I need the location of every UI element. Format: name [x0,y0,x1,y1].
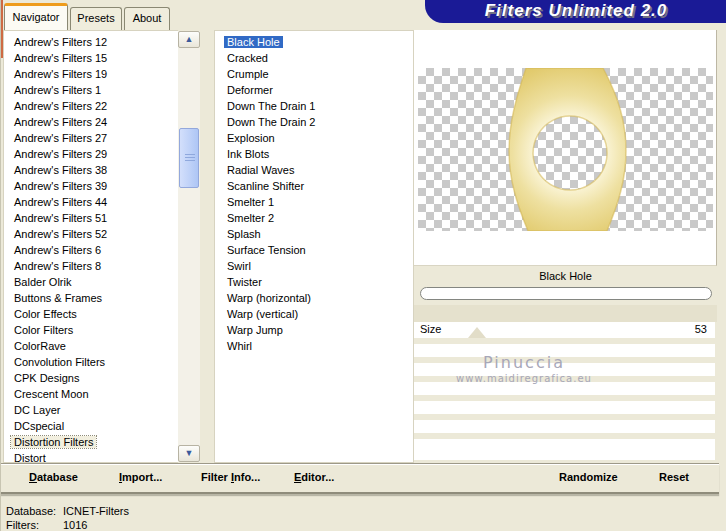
list-item[interactable]: Andrew's Filters 22 [4,98,178,114]
watermark-name: Pinuccia [429,353,619,372]
list-item-label: Ink Blots [224,148,272,160]
list-item[interactable]: Convolution Filters [4,354,178,370]
tab-about[interactable]: About [124,7,170,30]
list-item[interactable]: Warp (vertical) [215,306,413,322]
empty-parameter-row [414,420,715,433]
list-item-label: Andrew's Filters 22 [11,100,110,112]
list-item[interactable]: Buttons & Frames [4,290,178,306]
list-item[interactable]: Black Hole [215,34,413,50]
preview-image[interactable] [418,68,713,231]
list-item[interactable]: DC Layer [4,402,178,418]
list-item-label: Twister [224,276,265,288]
list-item[interactable]: Andrew's Filters 51 [4,210,178,226]
list-item[interactable]: Ink Blots [215,146,413,162]
list-item[interactable]: Andrew's Filters 15 [4,50,178,66]
list-item[interactable]: Andrew's Filters 24 [4,114,178,130]
bottom-toolbar: Database Import... Filter Info... Editor… [1,464,719,494]
preview-panel: Black Hole Size 53 Pinuccia www.maidireg… [414,30,718,463]
list-item[interactable]: Andrew's Filters 19 [4,66,178,82]
randomize-button[interactable]: Randomize [559,471,618,483]
list-item[interactable]: Surface Tension [215,242,413,258]
list-item[interactable]: Splash [215,226,413,242]
list-item[interactable]: Scanline Shifter [215,178,413,194]
list-item[interactable]: Deformer [215,82,413,98]
scroll-up-icon[interactable]: ▲ [178,31,200,48]
reset-button[interactable]: Reset [659,471,689,483]
filter-info-button[interactable]: Filter Info... [201,471,260,483]
list-item[interactable]: Down The Drain 2 [215,114,413,130]
list-item[interactable]: Swirl [215,258,413,274]
list-item[interactable]: Whirl [215,338,413,354]
list-item-label: Surface Tension [224,244,309,256]
list-item[interactable]: Andrew's Filters 44 [4,194,178,210]
list-item[interactable]: Andrew's Filters 52 [4,226,178,242]
list-item-label: Andrew's Filters 6 [11,244,104,256]
list-item[interactable]: Warp (horizontal) [215,290,413,306]
list-item-label: Buttons & Frames [11,292,105,304]
slider-thumb[interactable] [468,327,486,338]
scrollbar-grip [185,154,195,163]
list-item[interactable]: Andrew's Filters 6 [4,242,178,258]
list-item-label: Black Hole [224,36,283,48]
database-button[interactable]: Database [29,471,78,483]
list-item-label: Andrew's Filters 19 [11,68,110,80]
list-item-label: Deformer [224,84,276,96]
list-item-label: DCspecial [11,420,67,432]
slider-value: 53 [695,323,707,335]
status-database: Database:ICNET-Filters [6,505,129,517]
list-item-label: Splash [224,228,264,240]
list-item[interactable]: Andrew's Filters 29 [4,146,178,162]
list-item[interactable]: Color Filters [4,322,178,338]
list-item[interactable]: Warp Jump [215,322,413,338]
list-item-label: Andrew's Filters 51 [11,212,110,224]
list-item-label: Whirl [224,340,255,352]
scrollbar-thumb[interactable] [179,128,199,188]
list-item[interactable]: Down The Drain 1 [215,98,413,114]
list-item[interactable]: Radial Waves [215,162,413,178]
filters-unlimited-dialog: Navigator Presets About Filters Unlimite… [0,0,726,531]
category-scrollbar[interactable]: ▲ ▼ [178,31,200,462]
list-item-label: Andrew's Filters 27 [11,132,110,144]
list-item-label: Explosion [224,132,278,144]
filter-list-panel: Black HoleCrackedCrumpleDeformerDown The… [214,30,414,463]
list-item[interactable]: DCspecial [4,418,178,434]
list-item[interactable]: Twister [215,274,413,290]
list-item[interactable]: Andrew's Filters 27 [4,130,178,146]
list-item-label: Distort [11,452,49,464]
category-list: Andrew's Filters 12Andrew's Filters 15An… [4,31,178,466]
list-item[interactable]: Andrew's Filters 38 [4,162,178,178]
list-item[interactable]: Color Effects [4,306,178,322]
tab-presets[interactable]: Presets [70,7,122,30]
window-edge-strip [1,0,3,58]
list-item[interactable]: ColorRave [4,338,178,354]
import-button[interactable]: Import... [119,471,162,483]
list-item[interactable]: Smelter 2 [215,210,413,226]
list-item[interactable]: Balder Olrik [4,274,178,290]
size-slider[interactable]: Size 53 [414,322,715,338]
list-item[interactable]: Andrew's Filters 39 [4,178,178,194]
list-item-label: Smelter 1 [224,196,277,208]
list-item-label: Scanline Shifter [224,180,307,192]
list-item-label: Andrew's Filters 44 [11,196,110,208]
watermark: Pinuccia www.maidiregrafica.eu [429,353,619,384]
list-item[interactable]: Andrew's Filters 1 [4,82,178,98]
editor-button[interactable]: Editor... [294,471,334,483]
list-item-label: Andrew's Filters 8 [11,260,104,272]
list-item[interactable]: Cracked [215,50,413,66]
slider-label: Size [420,323,441,335]
list-item[interactable]: Smelter 1 [215,194,413,210]
tab-navigator[interactable]: Navigator [4,3,68,30]
list-item[interactable]: Andrew's Filters 12 [4,34,178,50]
scroll-down-icon[interactable]: ▼ [178,445,200,462]
list-item-label: Down The Drain 1 [224,100,318,112]
list-item[interactable]: Andrew's Filters 8 [4,258,178,274]
list-item[interactable]: Distortion Filters [4,434,178,450]
list-item-label: Color Effects [11,308,80,320]
list-item-label: Warp (vertical) [224,308,301,320]
list-item[interactable]: Explosion [215,130,413,146]
list-item-label: ColorRave [11,340,69,352]
list-item[interactable]: CPK Designs [4,370,178,386]
list-item-label: Crumple [224,68,272,80]
list-item[interactable]: Crumple [215,66,413,82]
list-item[interactable]: Crescent Moon [4,386,178,402]
